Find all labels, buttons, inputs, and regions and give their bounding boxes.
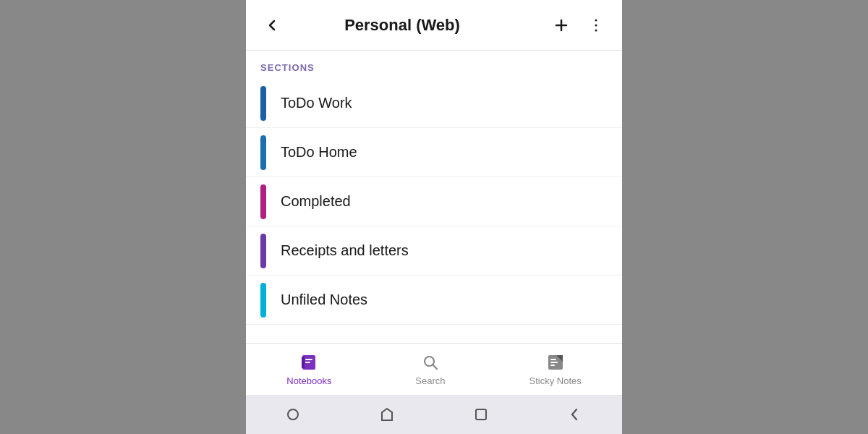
system-back-button[interactable] [559,399,591,430]
section-color-bar-unfiled-notes [260,283,266,318]
right-panel [622,0,868,434]
system-bar [246,395,622,434]
section-color-bar-completed [260,184,266,219]
section-item-todo-work[interactable]: ToDo Work [246,79,622,128]
nav-sticky-notes-label: Sticky Notes [529,375,581,386]
section-item-receipts-letters[interactable]: Receipts and letters [246,226,622,276]
svg-rect-14 [550,362,558,363]
section-label-completed: Completed [281,193,351,210]
nav-notebooks[interactable]: Notebooks [275,346,343,392]
header: Personal (Web) [246,0,622,51]
svg-point-3 [595,24,597,26]
svg-point-16 [288,409,298,420]
nav-sticky-notes[interactable]: Sticky Notes [517,346,592,392]
section-label-receipts-letters: Receipts and letters [281,242,409,259]
header-actions [547,11,610,40]
section-color-bar-receipts-letters [260,234,266,268]
svg-rect-13 [550,359,556,360]
section-label-todo-work: ToDo Work [281,95,352,111]
section-color-bar-todo-home [260,135,266,170]
notebooks-icon [299,352,319,373]
nav-search[interactable]: Search [401,346,459,392]
section-label-unfiled-notes: Unfiled Notes [281,292,367,308]
add-button[interactable] [547,11,576,40]
left-panel [0,0,246,434]
search-icon [420,352,441,373]
svg-rect-8 [305,362,310,363]
nav-search-label: Search [415,375,445,386]
phone-container: Personal (Web) SECTIONS ToDo WorkToDo Ho… [246,0,622,434]
svg-point-4 [595,29,597,31]
bottom-nav: Notebooks Search [246,343,622,395]
sticky-notes-icon [545,352,566,373]
svg-rect-15 [550,365,555,366]
section-item-completed[interactable]: Completed [246,177,622,226]
system-circle-button[interactable] [277,399,309,430]
svg-line-10 [433,365,437,370]
sections-list: ToDo WorkToDo HomeCompletedReceipts and … [246,79,622,343]
svg-point-2 [595,19,597,21]
section-color-bar-todo-work [260,86,266,121]
system-home-button[interactable] [465,399,497,430]
system-recents-button[interactable] [371,399,403,430]
page-title: Personal (Web) [258,16,547,35]
sections-label: SECTIONS [246,51,622,79]
svg-rect-7 [305,359,312,360]
section-item-todo-home[interactable]: ToDo Home [246,128,622,177]
svg-rect-6 [302,357,305,368]
section-item-unfiled-notes[interactable]: Unfiled Notes [246,276,622,325]
svg-rect-20 [476,409,486,420]
nav-notebooks-label: Notebooks [286,375,331,386]
section-label-todo-home: ToDo Home [281,144,357,161]
more-options-button[interactable] [582,11,610,40]
